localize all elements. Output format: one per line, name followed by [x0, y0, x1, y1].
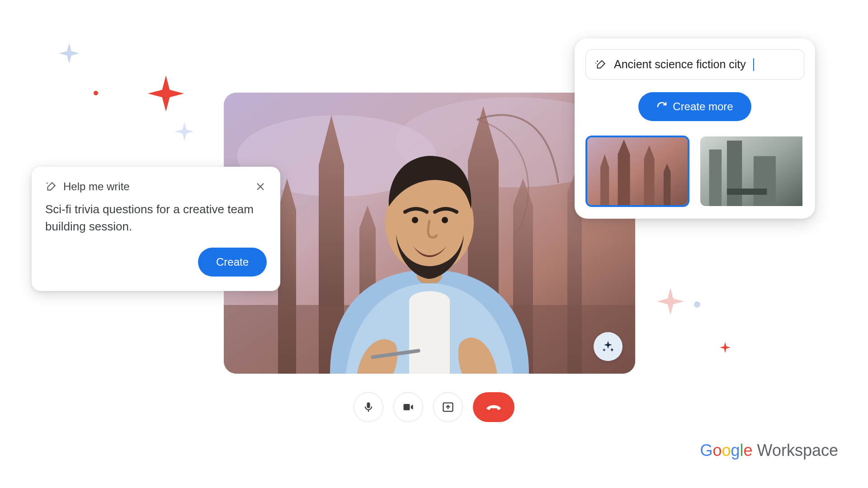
svg-point-10: [595, 62, 596, 63]
svg-rect-15: [754, 156, 776, 206]
ai-sparkle-fab[interactable]: [594, 332, 623, 361]
present-icon: [442, 401, 454, 413]
camera-icon: [402, 401, 415, 413]
svg-point-7: [442, 217, 448, 223]
close-icon: [255, 182, 265, 192]
sparkle-icon: [601, 340, 615, 353]
participant-video: [303, 121, 556, 374]
svg-point-6: [412, 217, 418, 223]
svg-rect-14: [727, 141, 742, 206]
dot-icon: [694, 301, 700, 308]
sparkle-icon: [148, 75, 184, 112]
svg-point-9: [597, 60, 598, 61]
close-button[interactable]: [254, 180, 267, 193]
camera-button[interactable]: [393, 392, 423, 422]
magic-pen-icon: [595, 59, 607, 70]
svg-rect-18: [404, 404, 410, 410]
image-gen-panel: Ancient science fiction city Create more: [575, 38, 815, 219]
help-me-write-title: Help me write: [63, 180, 130, 193]
dot-icon: [94, 91, 98, 95]
image-gen-prompt-input[interactable]: Ancient science fiction city: [585, 49, 804, 80]
text-caret: [753, 58, 754, 71]
meet-controls: [354, 392, 514, 422]
google-wordmark: Google: [700, 441, 752, 460]
present-button[interactable]: [433, 392, 463, 422]
help-me-write-body: Sci-fi trivia questions for a creative t…: [45, 201, 267, 235]
microphone-icon: [362, 401, 375, 413]
end-call-button[interactable]: [473, 392, 514, 422]
workspace-word: Workspace: [757, 441, 838, 460]
sparkle-icon: [720, 342, 731, 353]
help-me-write-card: Help me write Sci-fi trivia questions fo…: [32, 167, 280, 291]
svg-rect-16: [727, 188, 767, 195]
refresh-icon: [656, 101, 667, 112]
create-button[interactable]: Create: [198, 248, 267, 277]
generated-thumb-1[interactable]: [585, 136, 689, 207]
generated-thumb-2[interactable]: [699, 136, 803, 207]
end-call-icon: [486, 399, 501, 415]
magic-pen-icon: [45, 181, 57, 192]
google-workspace-logo: Google Workspace: [700, 441, 838, 460]
image-gen-prompt-text: Ancient science fiction city: [614, 58, 746, 71]
create-more-button[interactable]: Create more: [638, 92, 751, 121]
sparkle-icon: [59, 43, 80, 64]
mic-button[interactable]: [354, 392, 383, 422]
svg-rect-17: [368, 410, 369, 412]
video-tile: [224, 93, 635, 374]
svg-rect-13: [709, 150, 722, 206]
sparkle-icon: [657, 288, 684, 315]
sparkle-icon: [175, 122, 194, 141]
